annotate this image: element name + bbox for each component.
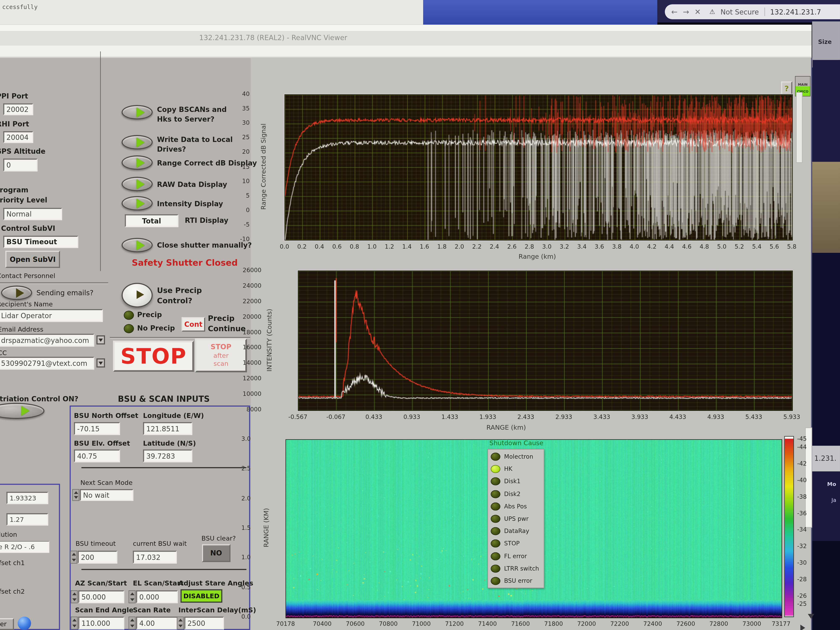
next-scan-mode-label: Next Scan Mode <box>81 479 133 486</box>
scan-rate-field[interactable]: 4.00 <box>136 617 178 629</box>
el-field[interactable]: 0.000 <box>136 590 178 603</box>
bsu-timeout-field[interactable]: 200 <box>78 551 117 564</box>
striation-label: Striation Control ON? <box>0 395 78 403</box>
bsu-timeout-label: BSU timeout <box>76 540 116 548</box>
shutdown-item-disk1: Disk1 <box>491 478 521 486</box>
shutter-status: Safety Shutter Closed <box>132 258 238 268</box>
back-icon[interactable]: ← <box>671 8 677 16</box>
precip-continue-button[interactable]: Cont <box>182 317 205 332</box>
bsu-elv-field[interactable]: 40.75 <box>74 449 120 462</box>
copy-bscans-toggle[interactable] <box>122 105 153 120</box>
az-field[interactable]: 50.000 <box>78 590 124 603</box>
partial-field-2[interactable]: 1.27 <box>6 513 48 526</box>
size-label: Size <box>818 39 832 46</box>
sending-emails-toggle[interactable] <box>1 286 32 300</box>
end-angle-field[interactable]: 110.000 <box>78 617 124 629</box>
cc-field[interactable]: 5309902791@vtext.com <box>0 357 94 369</box>
no-precip-label: No Precip <box>137 324 175 332</box>
contact-divider <box>0 282 108 283</box>
interscan-field[interactable]: 2500 <box>185 617 224 629</box>
next-scan-spinner[interactable] <box>72 489 79 501</box>
shutdown-item-dataray: DataRay <box>491 527 529 535</box>
scan-rate-spinner[interactable] <box>128 617 136 629</box>
led-off <box>491 490 501 498</box>
latitude-label: Latitude (N/S) <box>143 439 196 447</box>
close-shutter-toggle[interactable] <box>122 238 153 253</box>
bsu-timeout-spinner[interactable] <box>70 551 77 564</box>
not-secure-label[interactable]: Not Secure <box>720 8 759 16</box>
close-tab-icon[interactable]: ✕ <box>695 8 701 16</box>
next-scan-field[interactable]: No wait <box>80 489 133 501</box>
current-wait-field[interactable]: 17.032 <box>133 551 177 564</box>
led-on <box>491 465 501 473</box>
partial-field-1[interactable]: 1.93323 <box>6 492 48 504</box>
partial-mode-field[interactable]: e R 2/O - .6 <box>0 541 49 553</box>
shutdown-item-ltrr-switch: LTRR switch <box>491 564 539 572</box>
current-wait-label: current BSU wait <box>133 540 187 548</box>
rti-ylabel: RANGE (KM) <box>262 508 270 547</box>
url-text[interactable]: 132.241.231.7 <box>770 8 821 16</box>
intensity-display-label: Intensity Display <box>157 200 223 208</box>
use-precip-label-2: Control? <box>157 296 192 305</box>
gps-altitude-field[interactable]: 0 <box>3 159 37 171</box>
use-precip-knob[interactable] <box>122 283 153 308</box>
end-angle-spinner[interactable] <box>71 617 78 629</box>
el-spinner[interactable] <box>128 590 136 603</box>
email-dropdown-button[interactable] <box>96 335 105 344</box>
az-spinner[interactable] <box>71 590 78 603</box>
use-precip-label-1: Use Precip <box>157 286 202 295</box>
backdrop-right-dark <box>812 541 840 630</box>
stare-disabled-button[interactable]: DISABLED <box>181 589 223 603</box>
vnc-menuband <box>0 46 812 57</box>
backdrop-right-navy1 <box>812 60 840 162</box>
longitude-field[interactable]: 121.8511 <box>143 422 193 435</box>
partial-ch2-label: fset ch2 <box>0 587 25 595</box>
email-field[interactable]: drspazmatic@yahoo.com <box>0 334 94 346</box>
az-label: AZ Scan/Start <box>75 579 127 587</box>
control-subvi-field[interactable]: BSU Timeout <box>3 235 78 248</box>
raw-data-toggle[interactable] <box>122 177 153 191</box>
rti-total-field[interactable]: Total <box>125 214 178 227</box>
warning-icon: ⚠ <box>709 8 715 16</box>
badge-main: MAIN <box>796 77 810 86</box>
mid-chart-plot <box>298 270 793 411</box>
scroll-down-icon[interactable] <box>808 614 815 619</box>
bsu-north-field[interactable]: -70.15 <box>74 422 120 435</box>
blue-led <box>17 617 31 630</box>
led-off <box>491 564 501 572</box>
bsu-north-label: BSU North Offset <box>74 411 138 419</box>
partial-ch1-label: fset ch1 <box>0 559 25 567</box>
partial-lution-label: lution <box>0 531 17 538</box>
ppi-port-field[interactable]: 20002 <box>3 103 33 115</box>
partial-zer-button[interactable]: zer <box>0 618 14 630</box>
led-off <box>491 577 501 585</box>
mid-chart-xlabel: RANGE (km) <box>486 424 526 431</box>
forward-icon[interactable]: → <box>683 8 689 16</box>
rhi-port-field[interactable]: 20004 <box>3 131 33 143</box>
left-col-divider <box>100 51 101 271</box>
cc-dropdown-button[interactable] <box>96 358 105 368</box>
stop-button[interactable]: STOP <box>113 341 194 372</box>
no-precip-led <box>124 324 134 333</box>
latitude-field[interactable]: 39.7283 <box>143 449 193 462</box>
range-correct-toggle[interactable] <box>122 155 153 170</box>
stop-after-scan-button[interactable]: STOP after scan <box>195 338 247 372</box>
mid-chart-ylabel: INTENSITY (Counts) <box>266 309 273 371</box>
priority-field[interactable]: Normal <box>3 208 62 220</box>
open-subvi-button[interactable]: Open SubVI <box>5 251 60 268</box>
url-divider <box>764 8 765 16</box>
write-data-toggle[interactable] <box>122 135 153 150</box>
bsu-divider-2 <box>82 569 246 570</box>
intensity-display-toggle[interactable] <box>122 196 153 211</box>
terminal-strip <box>0 0 423 25</box>
browser-toolbar: ← → ✕ ⚠ Not Secure 132.241.231.7 <box>665 4 840 19</box>
el-label: EL Scan/Start <box>133 579 184 587</box>
interscan-label: InterScan Delay(mS) <box>178 606 256 614</box>
shutdown-item-bsu-error: BSU error <box>491 577 532 585</box>
background-window-titlebar <box>423 0 657 25</box>
top-chart-scrollbar[interactable] <box>796 92 803 163</box>
interscan-spinner[interactable] <box>177 617 184 629</box>
email-label: Email Address <box>0 326 43 333</box>
scroll-right-icon[interactable] <box>800 625 805 630</box>
recipient-field[interactable]: Lidar Operator <box>0 309 103 322</box>
